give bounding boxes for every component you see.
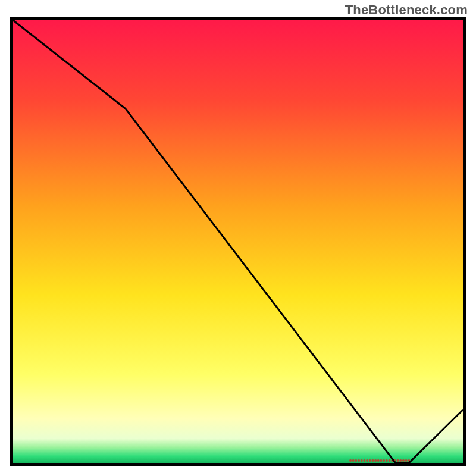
- svg-point-7: [369, 459, 371, 462]
- chart-area: [10, 17, 466, 466]
- svg-point-2: [355, 459, 357, 462]
- chart-container: TheBottleneck.com: [0, 0, 476, 476]
- svg-point-6: [366, 459, 368, 462]
- svg-point-5: [363, 459, 365, 462]
- svg-point-14: [389, 459, 391, 462]
- chart-svg: [10, 17, 466, 466]
- svg-point-13: [386, 459, 388, 462]
- svg-point-3: [358, 459, 360, 462]
- svg-point-1: [352, 459, 355, 462]
- svg-point-18: [399, 459, 402, 462]
- svg-point-11: [380, 459, 382, 462]
- svg-point-10: [377, 459, 380, 462]
- svg-point-20: [405, 459, 408, 462]
- svg-point-9: [374, 459, 377, 462]
- watermark-text: TheBottleneck.com: [345, 2, 468, 18]
- plot-background: [13, 20, 463, 463]
- svg-point-19: [402, 459, 405, 462]
- svg-point-4: [361, 459, 363, 462]
- svg-point-0: [349, 459, 352, 462]
- svg-point-12: [383, 459, 385, 462]
- svg-point-8: [371, 459, 374, 462]
- svg-point-17: [397, 459, 399, 462]
